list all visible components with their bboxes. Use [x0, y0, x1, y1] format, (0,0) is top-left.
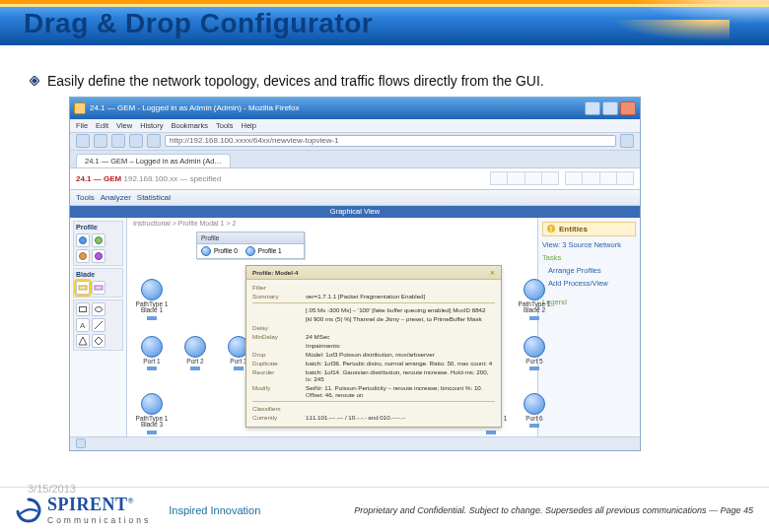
menu-edit[interactable]: Edit [96, 121, 108, 130]
menu-file[interactable]: File [76, 121, 88, 130]
address-bar[interactable]: http://192.168.100.xxxx/64xx/newview-top… [165, 135, 616, 147]
node-icon [524, 336, 545, 358]
profile-box[interactable]: Profile Profile 0 Profile 1 [196, 232, 305, 259]
svg-rect-8 [80, 306, 87, 311]
browser-tab[interactable]: 24.1 — GEM – Logged in as Admin (Ad… [76, 154, 231, 167]
topology-canvas[interactable]: Instructional > Profile Modal 1 > 2 Prof… [127, 218, 537, 436]
profile-icon[interactable] [92, 249, 105, 263]
modal-row: [.05 Ms -300 Ms] – '100' [fake buffer qu… [252, 306, 495, 313]
modal-row: MinDelay24 MSec [252, 333, 495, 340]
close-button[interactable] [620, 101, 636, 115]
topology-node[interactable]: Port 1 [135, 336, 169, 371]
profile-box-header: Profile [197, 233, 304, 244]
port-group-1 [490, 171, 559, 185]
node-icon [141, 393, 163, 415]
back-button[interactable] [76, 134, 90, 148]
browser-menu-bar: File Edit View History Bookmarks Tools H… [70, 119, 640, 133]
graphical-view-title: Graphical View [70, 206, 640, 218]
svg-point-4 [80, 252, 87, 259]
shape-rect-icon[interactable] [76, 302, 90, 316]
modal-row: DropModel: 1of3 Poisson distribution, mu… [252, 351, 495, 358]
profile-icon[interactable] [76, 249, 90, 263]
node-port-icon [234, 366, 244, 370]
node-port-icon [190, 366, 200, 370]
menu-help[interactable]: Help [242, 121, 256, 130]
svg-marker-13 [95, 337, 103, 345]
right-panel-view[interactable]: View: 3 Source Network [542, 240, 636, 249]
node-icon [184, 336, 206, 358]
modal-row: Classifiers [252, 405, 495, 412]
svg-rect-7 [95, 286, 103, 290]
stop-button[interactable] [129, 134, 143, 148]
node-label: PathType 1 Blade 2 [518, 301, 551, 314]
topology-node[interactable]: Port 5 [518, 336, 551, 371]
node-label: Port 5 [525, 359, 542, 366]
topology-node[interactable]: PathType 1 Blade 2 [518, 279, 551, 320]
node-port-icon [147, 431, 157, 434]
embedded-app-screenshot: 24.1 — GEM - Logged in as Admin (Admin) … [69, 97, 641, 451]
node-port-icon [529, 424, 539, 428]
right-panel-legend-label: Legend [542, 298, 636, 306]
reload-button[interactable] [111, 134, 125, 148]
svg-point-5 [96, 252, 103, 259]
profile-node-icon [201, 246, 211, 256]
modal-row: Currently111.101.---.--- / 10.-.-.- and … [252, 414, 495, 421]
brand-name: SPIRENT® [47, 495, 151, 515]
shape-tri-icon[interactable] [76, 334, 90, 348]
menu-tools[interactable]: Tools [216, 121, 234, 130]
minimize-button[interactable] [585, 101, 600, 115]
app-logo-text: 24.1 — GEM 192.168.100.xx — specified [76, 174, 221, 183]
menu-bookmarks[interactable]: Bookmarks [172, 121, 209, 130]
tool-palette: Profile Blade [70, 218, 127, 436]
task-add[interactable]: Add Process/View [548, 279, 636, 288]
line-icon[interactable] [92, 318, 105, 332]
text-icon[interactable]: A [76, 318, 90, 332]
modal-row: Filter [252, 284, 495, 291]
svg-point-2 [80, 236, 87, 243]
toolbar-statistical[interactable]: Statistical [137, 193, 171, 202]
slide-date: 3/15/2013 [28, 483, 76, 495]
menu-history[interactable]: History [140, 121, 163, 130]
blade-icon[interactable] [76, 281, 90, 295]
blade-icon[interactable] [92, 281, 105, 295]
shape-oval-icon[interactable] [92, 302, 105, 316]
node-label: PathType 1 Blade 3 [135, 416, 169, 429]
maximize-button[interactable] [602, 101, 618, 115]
spirent-mark-icon [16, 498, 41, 523]
modal-row: Summaryver=1.7.1.1 [Packet Fragmentation… [252, 293, 495, 299]
svg-text:A: A [80, 321, 86, 330]
browser-tabbar: 24.1 — GEM – Logged in as Admin (Ad… [70, 151, 640, 168]
browser-toolbar: http://192.168.100.xxxx/64xx/newview-top… [70, 133, 640, 151]
modal-close-icon[interactable]: ✕ [490, 269, 495, 276]
status-bar [70, 436, 640, 450]
profile-icon[interactable] [76, 233, 90, 247]
profile-icon[interactable] [92, 233, 105, 247]
palette-section-profile: Profile [76, 224, 120, 232]
profile-detail-modal[interactable]: Profile: Model-4 ✕ FilterSummaryver=1.7.… [245, 265, 502, 428]
bullet-text: Easily define the network topology, devi… [47, 73, 544, 91]
forward-button[interactable] [94, 134, 107, 148]
slide-footer: SPIRENT® Communications Inspired Innovat… [0, 487, 769, 532]
toolbar-tools[interactable]: Tools [76, 193, 95, 202]
topology-node[interactable]: PathType 1 Blade 3 [135, 393, 169, 434]
node-label: Port 1 [143, 359, 160, 366]
node-label: PathType 1 Blade 1 [135, 301, 169, 314]
shape-diamond-icon[interactable] [92, 334, 105, 348]
port-group-2 [565, 171, 634, 185]
modal-row: Delay [252, 324, 495, 331]
toolbar-analyzer[interactable]: Analyzer [101, 193, 131, 202]
warning-icon: ! [547, 225, 555, 233]
go-button[interactable] [620, 134, 634, 148]
svg-point-9 [96, 306, 103, 311]
task-arrange[interactable]: Arrange Profiles [548, 266, 636, 275]
node-port-icon [147, 366, 157, 370]
app-header: 24.1 — GEM 192.168.100.xx — specified [70, 168, 640, 190]
topology-node[interactable]: PathType 1 Blade 1 [135, 279, 169, 320]
topology-node[interactable]: Port 2 [178, 336, 212, 371]
bullet-diamond-icon [30, 76, 39, 86]
banner-swoosh-accent [513, 20, 730, 45]
home-button[interactable] [147, 134, 161, 148]
svg-rect-6 [79, 286, 87, 290]
menu-view[interactable]: View [116, 121, 132, 130]
topology-node[interactable]: Port 6 [518, 393, 551, 429]
